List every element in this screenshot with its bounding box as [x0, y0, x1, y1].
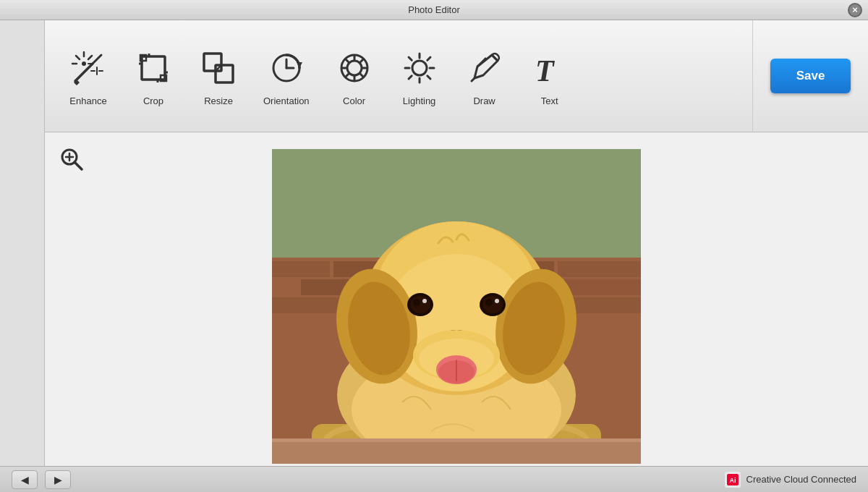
title-bar: Photo Editor × [0, 0, 868, 20]
svg-line-34 [359, 73, 364, 77]
svg-point-88 [413, 299, 420, 306]
svg-rect-66 [272, 297, 341, 313]
svg-point-87 [410, 296, 430, 313]
svg-line-35 [359, 59, 364, 63]
svg-rect-18 [140, 55, 146, 61]
save-area: Save [752, 20, 868, 132]
svg-line-4 [76, 56, 80, 59]
svg-rect-19 [161, 75, 166, 81]
crop-label: Crop [143, 96, 163, 106]
svg-line-36 [345, 73, 349, 77]
main-container: Enhance [0, 20, 868, 466]
text-label: Text [541, 96, 558, 106]
color-icon [336, 46, 373, 90]
svg-rect-70 [569, 297, 641, 313]
svg-line-48 [472, 78, 475, 81]
svg-point-8 [82, 62, 86, 66]
svg-point-37 [412, 61, 427, 75]
tool-orientation[interactable]: Orientation [255, 41, 318, 112]
lighting-icon [401, 46, 438, 90]
resize-icon [200, 46, 237, 90]
svg-line-5 [88, 56, 92, 59]
svg-line-47 [492, 55, 498, 61]
resize-label: Resize [204, 96, 233, 106]
zoom-icon[interactable] [59, 147, 84, 171]
tool-color[interactable]: Color [326, 41, 383, 112]
tool-text[interactable]: T Text [521, 41, 579, 112]
save-button[interactable]: Save [770, 59, 851, 93]
center-area: Enhance [45, 20, 868, 466]
svg-line-46 [477, 58, 486, 67]
svg-line-42 [409, 57, 412, 60]
svg-line-44 [427, 57, 430, 60]
svg-line-1 [93, 55, 101, 64]
creative-cloud-logo: Ai [725, 472, 741, 488]
svg-text:T: T [535, 54, 556, 87]
puppy-photo [272, 149, 641, 464]
svg-line-0 [75, 64, 93, 81]
close-button[interactable]: × [848, 3, 862, 17]
draw-label: Draw [473, 96, 495, 106]
svg-point-93 [495, 299, 499, 303]
svg-text:Ai: Ai [729, 477, 736, 484]
orientation-icon [268, 46, 305, 90]
draw-icon [466, 46, 503, 90]
tool-lighting[interactable]: Lighting [391, 41, 448, 112]
status-bar: ◀ ▶ Ai Creative Cloud Connected [0, 466, 868, 492]
svg-marker-24 [297, 62, 302, 68]
tool-resize[interactable]: Resize [190, 41, 247, 112]
svg-line-45 [409, 75, 412, 78]
orientation-label: Orientation [263, 96, 310, 106]
toolbar: Enhance [45, 20, 752, 132]
app-title: Photo Editor [408, 4, 460, 15]
svg-line-43 [427, 75, 430, 78]
svg-rect-102 [272, 438, 641, 464]
tool-crop[interactable]: Crop [124, 41, 182, 112]
canvas-area [45, 132, 868, 466]
svg-rect-61 [558, 261, 641, 277]
svg-point-91 [482, 296, 503, 313]
svg-line-33 [345, 59, 349, 63]
lighting-label: Lighting [403, 96, 436, 106]
svg-rect-57 [272, 261, 330, 277]
forward-button[interactable]: ▶ [45, 470, 71, 489]
svg-point-89 [422, 299, 427, 303]
svg-line-51 [75, 162, 82, 169]
svg-point-92 [485, 299, 493, 306]
color-label: Color [343, 96, 365, 106]
crop-icon [135, 46, 172, 90]
tool-enhance[interactable]: Enhance [59, 41, 117, 112]
photo-canvas [272, 149, 641, 464]
nav-buttons: ◀ ▶ [12, 470, 71, 489]
text-icon: T [531, 46, 569, 90]
svg-rect-103 [272, 438, 641, 442]
creative-cloud-status: Ai Creative Cloud Connected [725, 472, 856, 488]
left-sidebar [0, 20, 45, 466]
enhance-label: Enhance [69, 96, 106, 106]
enhance-icon [69, 46, 107, 90]
cc-status-text: Creative Cloud Connected [746, 474, 856, 485]
tool-draw[interactable]: Draw [456, 41, 514, 112]
back-button[interactable]: ◀ [12, 470, 38, 489]
